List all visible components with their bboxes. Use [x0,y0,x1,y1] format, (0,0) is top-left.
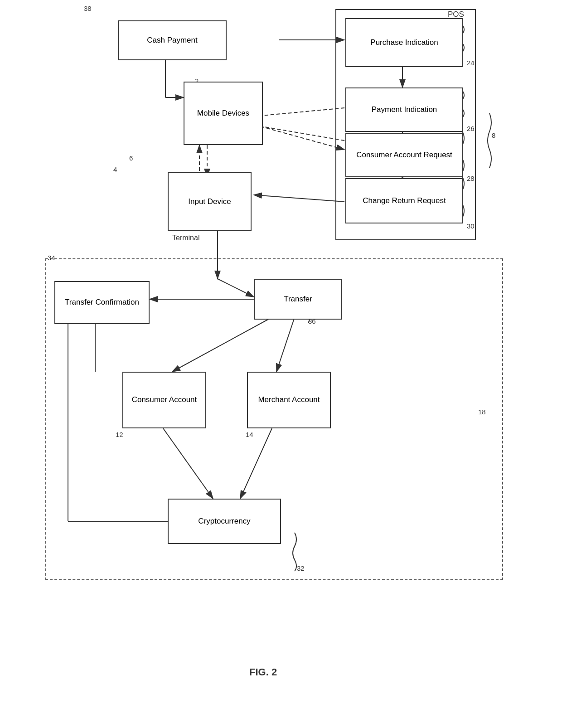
svg-line-13 [254,195,344,202]
label-8: 8 [492,131,495,139]
change-return-request-box: Change Return Request [345,178,463,223]
label-12: 12 [116,431,123,438]
merchant-account-box: Merchant Account [247,372,331,428]
cryptocurrency-box: Cryptocurrency [168,499,281,544]
pos-label: POS [448,10,464,19]
fig-label: FIG. 2 [249,666,277,678]
label-28: 28 [467,175,475,182]
label-38: 38 [84,5,92,12]
consumer-account-box: Consumer Account [122,372,206,428]
mobile-devices-box: Mobile Devices [184,82,263,145]
terminal-label: Terminal [172,234,199,242]
label-32: 32 [297,564,305,572]
label-6: 6 [129,154,133,162]
consumer-account-request-box: Consumer Account Request [345,133,463,177]
label-24: 24 [467,59,475,67]
transfer-box: Transfer [254,279,342,320]
payment-indication-box: Payment Indication [345,87,463,132]
label-26: 26 [467,125,475,132]
label-30: 30 [467,222,475,230]
label-18: 18 [478,408,486,416]
label-14: 14 [246,431,253,438]
label-4: 4 [113,165,117,173]
cash-payment-box: Cash Payment [118,20,227,60]
input-device-box: Input Device [168,172,252,231]
purchase-indication-box: Purchase Indication [345,18,463,67]
label-34: 34 [48,254,55,262]
transfer-confirmation-box: Transfer Confirmation [54,281,150,324]
